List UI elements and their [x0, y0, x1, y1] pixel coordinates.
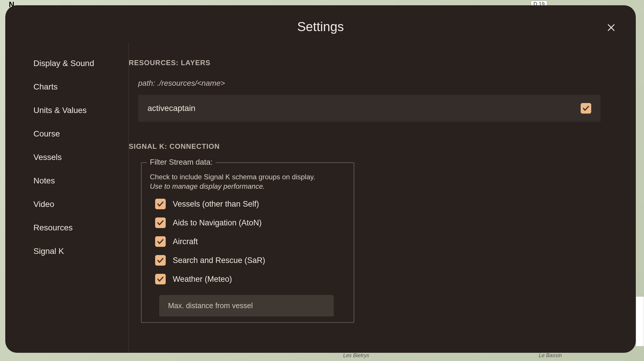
sidebar-item-notes[interactable]: Notes [5, 169, 128, 193]
modal-body: Display & Sound Charts Units & Values Co… [5, 43, 636, 353]
max-distance-input[interactable]: Max. distance from vessel [159, 295, 334, 316]
fieldset-description: Check to include Signal K schema groups … [150, 172, 345, 182]
filter-checkbox[interactable] [155, 236, 166, 247]
filter-label: Search and Rescue (SaR) [173, 256, 265, 265]
section-heading-resources-layers: RESOURCES: LAYERS [129, 59, 618, 67]
close-icon [606, 23, 616, 33]
fieldset-legend: Filter Stream data: [147, 158, 216, 167]
close-button[interactable] [605, 22, 617, 33]
filter-stream-fieldset: Filter Stream data: Check to include Sig… [141, 162, 354, 323]
layer-row-activecaptain[interactable]: activecaptain [138, 95, 601, 122]
sidebar-item-charts[interactable]: Charts [5, 75, 128, 99]
checkmark-icon [157, 219, 164, 227]
layer-label: activecaptain [148, 104, 195, 113]
sidebar-item-resources[interactable]: Resources [5, 216, 128, 239]
fieldset-description-italic: Use to manage display performance. [150, 182, 345, 190]
map-place-label: Le Bassin [539, 352, 562, 359]
filter-checkbox[interactable] [155, 255, 166, 266]
checkmark-icon [157, 200, 164, 208]
filter-checkbox[interactable] [155, 217, 166, 228]
settings-modal: Settings Display & Sound Charts Units & … [5, 5, 636, 353]
filter-option-meteo[interactable]: Weather (Meteo) [150, 270, 345, 289]
layer-checkbox[interactable] [581, 103, 591, 114]
modal-header: Settings [5, 5, 636, 43]
path-hint: path: ./resources/<name> [138, 79, 618, 88]
filter-label: Weather (Meteo) [173, 275, 232, 284]
filter-checkbox[interactable] [155, 274, 166, 284]
section-heading-signalk-connection: SIGNAL K: CONNECTION [129, 142, 618, 151]
settings-content: RESOURCES: LAYERS path: ./resources/<nam… [129, 43, 636, 353]
filter-checkbox[interactable] [155, 199, 166, 209]
checkmark-icon [157, 275, 164, 283]
filter-label: Aids to Navigation (AtoN) [173, 218, 262, 227]
filter-option-vessels[interactable]: Vessels (other than Self) [150, 195, 345, 213]
sidebar-item-display-sound[interactable]: Display & Sound [5, 52, 128, 75]
sidebar-item-units-values[interactable]: Units & Values [5, 99, 128, 122]
settings-sidebar: Display & Sound Charts Units & Values Co… [5, 43, 128, 353]
filter-option-sar[interactable]: Search and Rescue (SaR) [150, 251, 345, 270]
filter-label: Aircraft [173, 237, 198, 246]
checkmark-icon [157, 257, 164, 264]
input-label: Max. distance from vessel [168, 301, 325, 310]
sidebar-item-vessels[interactable]: Vessels [5, 146, 128, 169]
checkmark-icon [157, 238, 164, 245]
filter-option-aircraft[interactable]: Aircraft [150, 232, 345, 251]
checkmark-icon [582, 104, 590, 112]
filter-label: Vessels (other than Self) [173, 200, 259, 209]
map-side-controls[interactable] [636, 296, 644, 346]
sidebar-item-video[interactable]: Video [5, 193, 128, 216]
filter-option-aton[interactable]: Aids to Navigation (AtoN) [150, 213, 345, 232]
sidebar-item-signal-k[interactable]: Signal K [5, 239, 128, 263]
map-place-label: Les Bietrys [343, 352, 369, 359]
modal-title: Settings [5, 19, 636, 34]
sidebar-item-course[interactable]: Course [5, 122, 128, 146]
